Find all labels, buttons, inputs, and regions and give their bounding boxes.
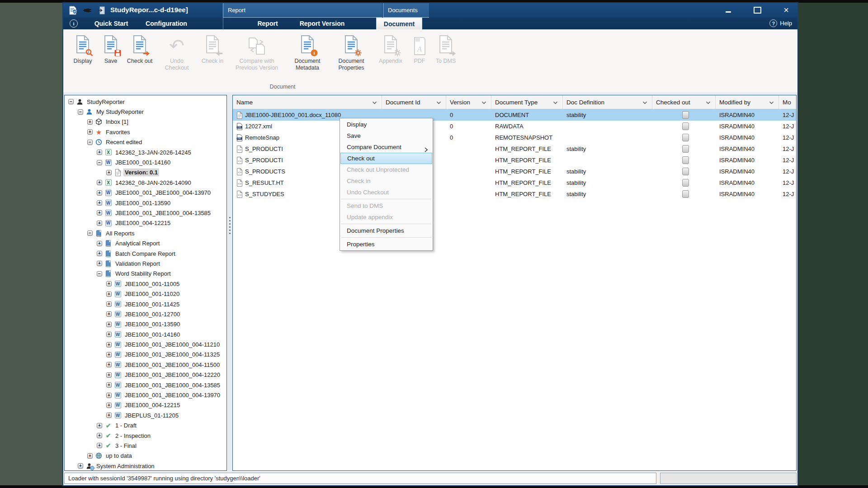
tree-item-validation-report[interactable]: +Validation Report bbox=[65, 258, 226, 268]
menu-item-display[interactable]: Display bbox=[340, 119, 432, 130]
tree-expander-plus-icon[interactable]: + bbox=[78, 463, 83, 469]
tree-expander-plus-icon[interactable]: + bbox=[97, 210, 102, 216]
tree-item-jbe1000-001-jbe1000-004-13970[interactable]: +WJBE1000_001_JBE1000_004-13970 bbox=[65, 390, 226, 400]
tab-report[interactable]: Report bbox=[250, 18, 286, 29]
minimize-button[interactable] bbox=[724, 6, 732, 14]
table-row[interactable]: <>S_PRODUCTIHTM_REPORT_FILEISRADMIN4012-… bbox=[233, 155, 796, 166]
tree-item-jbe1000-001-11425[interactable]: +WJBE1000_001-11425 bbox=[65, 299, 226, 309]
chevron-down-icon[interactable] bbox=[769, 99, 778, 106]
column-header-checked-out[interactable]: Checked out bbox=[652, 95, 716, 109]
column-header-version[interactable]: Version bbox=[446, 95, 491, 109]
menu-item-save[interactable]: Save bbox=[340, 130, 432, 141]
tree-item-analytical-report[interactable]: +Analytical Report bbox=[65, 238, 226, 248]
column-header-doc-definition[interactable]: Doc Definition bbox=[563, 95, 652, 109]
tree-item-favorites[interactable]: +★Favorites bbox=[65, 127, 226, 137]
tree-item-jbe1000-001-jbe1000-004-13585[interactable]: +WJBE1000_001_JBE1000_004-13585 bbox=[65, 380, 226, 390]
help-button[interactable]: ? Help bbox=[769, 19, 792, 27]
chevron-down-icon[interactable] bbox=[436, 99, 446, 106]
tree-item-jbe1000-001-14160[interactable]: −WJBE1000_001-14160 bbox=[65, 157, 226, 167]
tree-expander-plus-icon[interactable]: + bbox=[106, 311, 112, 317]
menu-item-compare-document[interactable]: Compare Document bbox=[340, 141, 432, 153]
tree-expander-plus-icon[interactable]: + bbox=[106, 393, 112, 398]
tree-expander-plus-icon[interactable]: + bbox=[87, 453, 93, 459]
tree-item-jbe1000-004-12215[interactable]: +WJBE1000_004-12215 bbox=[65, 218, 226, 228]
plug-icon[interactable] bbox=[82, 5, 92, 15]
checked-out-checkbox[interactable] bbox=[682, 111, 689, 119]
ribbon-button-display[interactable]: Display bbox=[69, 33, 97, 65]
table-row[interactable]: XML12027.xml0RAWDATAISRADMIN4012-J bbox=[233, 121, 796, 132]
checked-out-checkbox[interactable] bbox=[682, 145, 689, 153]
tree-item-jbe1000-001-14160[interactable]: +WJBE1000_001-14160 bbox=[65, 329, 226, 339]
tree-item-word-stability-report[interactable]: −Word Stability Report bbox=[65, 269, 226, 279]
tree-expander-plus-icon[interactable]: + bbox=[97, 433, 102, 438]
exit-door-icon[interactable] bbox=[97, 5, 107, 15]
tree-expander-plus-icon[interactable]: + bbox=[106, 403, 112, 408]
tree-expander-minus-icon[interactable]: − bbox=[87, 230, 93, 236]
tree-expander-plus-icon[interactable]: + bbox=[97, 251, 102, 256]
tree-expander-plus-icon[interactable]: + bbox=[97, 200, 102, 206]
tree-expander-plus-icon[interactable]: + bbox=[106, 413, 112, 418]
checked-out-checkbox[interactable] bbox=[682, 179, 689, 187]
tree-expander-plus-icon[interactable]: + bbox=[106, 291, 112, 297]
tree-expander-minus-icon[interactable]: − bbox=[97, 271, 102, 277]
column-header-modified-by[interactable]: Modified by bbox=[716, 95, 779, 109]
column-header-document-type[interactable]: Document Type bbox=[491, 95, 563, 109]
tab-document[interactable]: Document bbox=[376, 18, 422, 29]
tree-expander-plus-icon[interactable]: + bbox=[106, 382, 112, 388]
tree-item-batch-compare-report[interactable]: +Batch Compare Report bbox=[65, 249, 226, 258]
tree-item-recent-edited[interactable]: −Recent edited bbox=[65, 137, 226, 147]
app-logo-icon[interactable] bbox=[68, 5, 78, 15]
menu-item-check-out[interactable]: Check out bbox=[340, 153, 432, 164]
tree-item-142362-13-jan-2026-14245[interactable]: +X142362_13-JAN-2026-14245 bbox=[65, 147, 226, 157]
tree-expander-minus-icon[interactable]: − bbox=[87, 140, 93, 145]
tree-item-jbe1000-001-13590[interactable]: +WJBE1000_001-13590 bbox=[65, 198, 226, 208]
tree-item-2-inspection[interactable]: +✔2 - Inspection bbox=[65, 431, 226, 441]
checked-out-checkbox[interactable] bbox=[682, 190, 689, 198]
tree-item-my-studyreporter[interactable]: −My StudyReporter bbox=[65, 107, 226, 117]
splitter-grip[interactable] bbox=[229, 217, 231, 234]
tree-item-jbeplus-01-11205[interactable]: +WJBEPLUS_01-11205 bbox=[65, 410, 226, 420]
chevron-down-icon[interactable] bbox=[642, 99, 652, 106]
tree-expander-plus-icon[interactable]: + bbox=[106, 332, 112, 337]
tree-item-1-draft[interactable]: +✔1 - Draft bbox=[65, 421, 226, 431]
chevron-down-icon[interactable] bbox=[481, 99, 491, 106]
tree-item-jbe1000-001-11020[interactable]: +WJBE1000_001-11020 bbox=[65, 289, 226, 299]
tree-expander-plus-icon[interactable]: + bbox=[106, 170, 112, 175]
tree-expander-plus-icon[interactable]: + bbox=[87, 129, 93, 135]
tree-item-inbox-1-[interactable]: +Inbox [1] bbox=[65, 117, 226, 127]
checked-out-checkbox[interactable] bbox=[682, 122, 689, 130]
tree-expander-plus-icon[interactable]: + bbox=[97, 423, 102, 428]
checked-out-checkbox[interactable] bbox=[682, 168, 689, 175]
tab-configuration[interactable]: Configuration bbox=[143, 18, 190, 29]
menu-item-properties[interactable]: Properties bbox=[340, 239, 432, 250]
table-row[interactable]: XMLRemoteSnap0REMOTESNAPSHOTISRADMIN4012… bbox=[233, 132, 796, 143]
tree-expander-plus-icon[interactable]: + bbox=[97, 241, 102, 246]
tree-item-jbe1000-001-jbe1000-004-13585[interactable]: +WJBE1000_001_JBE1000_004-13585 bbox=[65, 208, 226, 218]
tab-quick-start[interactable]: Quick Start bbox=[90, 18, 133, 29]
tree-item-jbe1000-001-13590[interactable]: +WJBE1000_001-13590 bbox=[65, 319, 226, 329]
table-row[interactable]: <>S_PRODUCTSHTM_REPORT_FILEstabilityISRA… bbox=[233, 166, 796, 177]
chevron-down-icon[interactable] bbox=[706, 99, 715, 106]
table-row[interactable]: <>S_PRODUCTIHTM_REPORT_FILEstabilityISRA… bbox=[233, 143, 796, 155]
tree-expander-plus-icon[interactable]: + bbox=[97, 190, 102, 196]
tree-item-jbe1000-001-jbe1000-004-11210[interactable]: +WJBE1000_001_JBE1000_004-11210 bbox=[65, 339, 226, 349]
tree-expander-plus-icon[interactable]: + bbox=[97, 443, 102, 448]
table-row[interactable]: <>S_RESULT.HTHTM_REPORT_FILEstabilityISR… bbox=[233, 177, 796, 188]
ribbon-button-check-out[interactable]: Check out bbox=[125, 33, 155, 65]
tree-item-jbe1000-001-jbe1000-004-12220[interactable]: +WJBE1000_001_JBE1000_004-12220 bbox=[65, 370, 226, 380]
tree-expander-plus-icon[interactable]: + bbox=[106, 372, 112, 378]
tree-expander-plus-icon[interactable]: + bbox=[87, 119, 93, 125]
maximize-button[interactable] bbox=[753, 6, 761, 14]
tree-expander-plus-icon[interactable]: + bbox=[97, 261, 102, 266]
column-header-mo[interactable]: Mo bbox=[779, 95, 796, 109]
column-header-document-id[interactable]: Document Id bbox=[382, 95, 446, 109]
tree-item-studyreporter[interactable]: −StudyReporter bbox=[65, 97, 226, 107]
tree-expander-plus-icon[interactable]: + bbox=[106, 322, 112, 327]
close-button[interactable]: × bbox=[782, 6, 790, 14]
tree-expander-minus-icon[interactable]: − bbox=[68, 99, 74, 104]
tree-item-all-reports[interactable]: −All Reports bbox=[65, 228, 226, 238]
tab-report-version[interactable]: Report Version bbox=[292, 18, 353, 29]
tree-item-jbe1000-001-12700[interactable]: +WJBE1000_001-12700 bbox=[65, 309, 226, 319]
tree-expander-minus-icon[interactable]: − bbox=[97, 160, 102, 165]
checked-out-checkbox[interactable] bbox=[682, 134, 689, 141]
